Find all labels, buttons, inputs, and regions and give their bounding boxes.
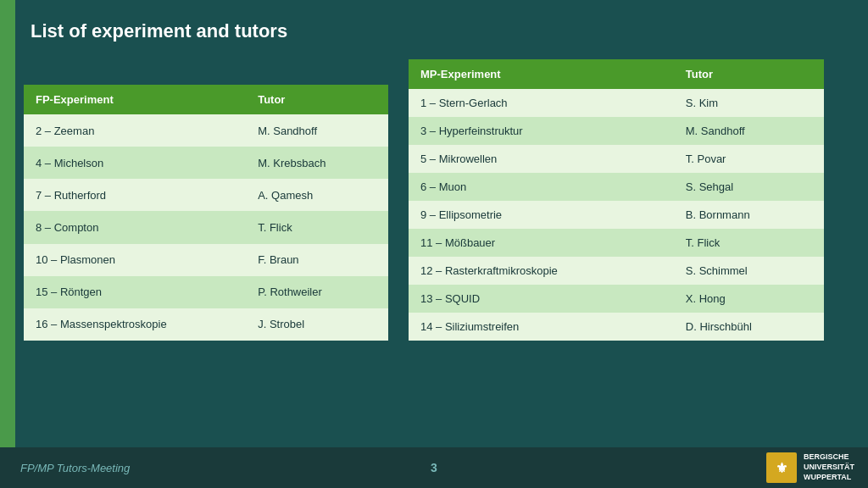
experiment-cell: 4 – Michelson [24, 147, 246, 179]
slide: List of experiment and tutors FP-Experim… [0, 0, 868, 488]
table-row: 11 – MößbauerT. Flick [409, 229, 824, 257]
fp-experiments-table: FP-Experiment Tutor 2 – ZeemanM. Sandhof… [24, 85, 388, 341]
footer-label: FP/MP Tutors-Meeting [20, 462, 130, 474]
tutor-cell: M. Sandhoff [674, 117, 824, 145]
svg-text:⚜: ⚜ [776, 461, 787, 475]
experiment-cell: 12 – Rasterkraftmikroskopie [409, 257, 674, 285]
experiment-cell: 14 – Siliziumstreifen [409, 313, 674, 341]
tutor-cell: X. Hong [674, 285, 824, 313]
tutor-cell: P. Rothweiler [246, 276, 388, 308]
experiment-cell: 15 – Röntgen [24, 276, 246, 308]
table-row: 8 – ComptonT. Flick [24, 211, 388, 243]
mp-col-tutor: Tutor [674, 59, 824, 89]
mp-experiments-table: MP-Experiment Tutor 1 – Stern-GerlachS. … [409, 59, 824, 341]
experiment-cell: 1 – Stern-Gerlach [409, 89, 674, 117]
tutor-cell: D. Hirschbühl [674, 313, 824, 341]
tutor-cell: F. Braun [246, 244, 388, 276]
table-row: 10 – PlasmonenF. Braun [24, 244, 388, 276]
page-number: 3 [431, 461, 437, 474]
university-logo: ⚜ BERGISCHEUNIVERSITÄTWUPPERTAL [766, 452, 854, 483]
experiment-cell: 5 – Mikrowellen [409, 145, 674, 173]
table-row: 12 – RasterkraftmikroskopieS. Schimmel [409, 257, 824, 285]
mp-col-experiment: MP-Experiment [409, 59, 674, 89]
experiment-cell: 8 – Compton [24, 211, 246, 243]
experiment-cell: 16 – Massenspektroskopie [24, 308, 246, 341]
tutor-cell: T. Povar [674, 145, 824, 173]
left-accent-bar [0, 0, 15, 488]
experiment-cell: 3 – Hyperfeinstruktur [409, 117, 674, 145]
bottom-bar: FP/MP Tutors-Meeting 3 ⚜ BERGISCHEUNIVER… [0, 447, 868, 488]
tutor-cell: S. Kim [674, 89, 824, 117]
table-row: 6 – MuonS. Sehgal [409, 173, 824, 201]
table-row: 13 – SQUIDX. Hong [409, 285, 824, 313]
experiment-cell: 7 – Rutherford [24, 179, 246, 211]
experiment-cell: 13 – SQUID [409, 285, 674, 313]
tutor-cell: A. Qamesh [246, 179, 388, 211]
tutor-cell: M. Krebsbach [246, 147, 388, 179]
table-row: 14 – SiliziumstreifenD. Hirschbühl [409, 313, 824, 341]
experiment-cell: 10 – Plasmonen [24, 244, 246, 276]
experiment-cell: 11 – Mößbauer [409, 229, 674, 257]
table-row: 5 – MikrowellenT. Povar [409, 145, 824, 173]
tutor-cell: T. Flick [246, 211, 388, 243]
fp-col-tutor: Tutor [246, 85, 388, 114]
experiment-cell: 2 – Zeeman [24, 114, 246, 147]
tables-container: FP-Experiment Tutor 2 – ZeemanM. Sandhof… [24, 59, 844, 341]
table-row: 3 – HyperfeinstrukturM. Sandhoff [409, 117, 824, 145]
tutor-cell: T. Flick [674, 229, 824, 257]
tutor-cell: B. Bornmann [674, 201, 824, 229]
tutor-cell: M. Sandhoff [246, 114, 388, 147]
tutor-cell: J. Strobel [246, 308, 388, 341]
tutor-cell: S. Schimmel [674, 257, 824, 285]
page-title: List of experiment and tutors [31, 20, 287, 42]
table-row: 7 – RutherfordA. Qamesh [24, 179, 388, 211]
experiment-cell: 6 – Muon [409, 173, 674, 201]
table-row: 16 – MassenspektroskopieJ. Strobel [24, 308, 388, 341]
table-row: 4 – MichelsonM. Krebsbach [24, 147, 388, 179]
table-row: 9 – EllipsometrieB. Bornmann [409, 201, 824, 229]
tutor-cell: S. Sehgal [674, 173, 824, 201]
table-row: 2 – ZeemanM. Sandhoff [24, 114, 388, 147]
table-row: 1 – Stern-GerlachS. Kim [409, 89, 824, 117]
experiment-cell: 9 – Ellipsometrie [409, 201, 674, 229]
university-logo-icon: ⚜ [766, 452, 797, 483]
table-row: 15 – RöntgenP. Rothweiler [24, 276, 388, 308]
university-name: BERGISCHEUNIVERSITÄTWUPPERTAL [804, 452, 854, 482]
fp-col-experiment: FP-Experiment [24, 85, 246, 114]
